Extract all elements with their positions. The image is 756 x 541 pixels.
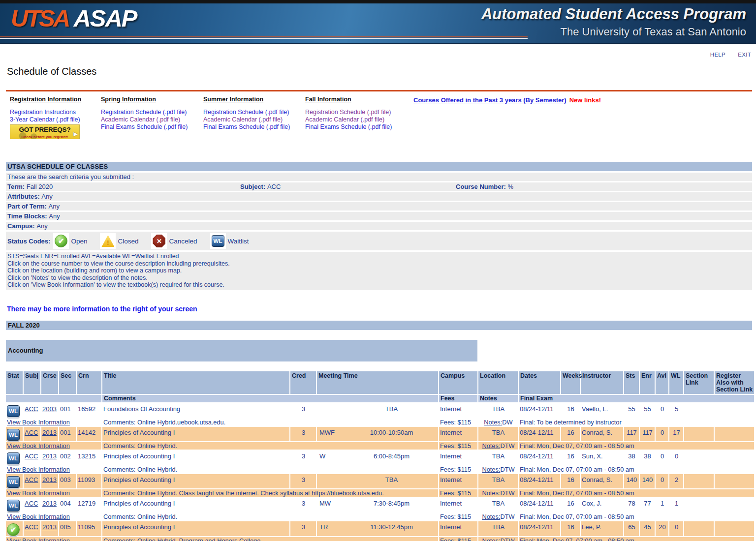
enr-cell: 140 xyxy=(640,474,655,488)
nav-link[interactable]: Registration Schedule (.pdf file) xyxy=(101,109,203,116)
dates-cell: 08/24-12/11 xyxy=(519,403,560,418)
schedule-table: StatSubjCrseSecCrnTitleCredMeeting TimeC… xyxy=(5,370,755,541)
avl-cell: 20 xyxy=(656,521,668,536)
book-info-row: View Book InformationComments: Online Hy… xyxy=(6,419,754,426)
register-also-cell xyxy=(715,451,754,465)
meeting-wrap: TBA xyxy=(318,476,438,483)
status-code-label: Canceled xyxy=(169,238,197,245)
crse-cell: 2013 xyxy=(41,521,58,536)
book-info-row: View Book InformationComments: Online Hy… xyxy=(6,513,754,520)
closed-status-icon: ! xyxy=(101,235,114,247)
avl-cell: 1 xyxy=(656,498,668,512)
crse-link[interactable]: 2013 xyxy=(42,429,57,436)
orange-divider xyxy=(6,90,752,91)
section-link-cell xyxy=(684,403,714,418)
campus-cell: Internet xyxy=(439,474,477,488)
campus-cell: Internet xyxy=(439,498,477,512)
notes-link[interactable]: Notes: xyxy=(482,537,500,541)
got-prereqs-banner[interactable]: GOT PREREQS?Check before you register!▶ xyxy=(10,124,80,139)
crse-cell: 2013 xyxy=(41,427,58,441)
cred-cell: 3 xyxy=(290,451,316,465)
crse-link[interactable]: 2003 xyxy=(42,405,57,413)
instructor-cell: Vaello, L. xyxy=(581,403,623,418)
fees-header: Fees xyxy=(439,395,477,402)
meeting-time-cell: TR11:30-12:45pm xyxy=(317,521,438,536)
crse-link[interactable]: 2013 xyxy=(42,476,57,483)
exit-link[interactable]: EXIT xyxy=(738,52,751,58)
view-book-link[interactable]: View Book Information xyxy=(7,442,70,450)
nav-link[interactable]: 3-Year Calendar (.pdf file) xyxy=(10,116,101,123)
fees-cell: Fees: $115 xyxy=(439,466,477,473)
crn-cell: 12719 xyxy=(77,498,101,512)
nav-link[interactable]: Registration Instructions xyxy=(10,109,101,116)
wl-cell: 0 xyxy=(669,521,683,536)
status-code-item: ✔Open xyxy=(53,233,87,249)
notes-link[interactable]: Notes: xyxy=(484,419,502,426)
subj-cell: ACC xyxy=(24,474,40,488)
nav-link[interactable]: Final Exams Schedule (.pdf file) xyxy=(101,123,203,131)
nav-link[interactable]: Academic Calendar (.pdf file) xyxy=(101,116,203,123)
meeting-days: TR xyxy=(318,523,346,531)
meeting-hours: 10:00-10:50am xyxy=(346,429,438,436)
help-link[interactable]: HELP xyxy=(710,52,725,58)
nav-link[interactable]: Registration Schedule (.pdf file) xyxy=(203,109,305,116)
view-book-link[interactable]: View Book Information xyxy=(7,419,70,426)
nav-link[interactable]: Academic Calendar (.pdf file) xyxy=(203,116,305,123)
sts-cell: 65 xyxy=(624,521,639,536)
nav-link[interactable]: Academic Calendar (.pdf file) xyxy=(305,116,413,123)
course-row: WLACC201300412719Principles of Accountin… xyxy=(6,498,754,512)
meeting-hours: 7:30-8:45pm xyxy=(346,500,438,507)
meeting-wrap: MWF10:00-10:50am xyxy=(318,429,438,436)
criteria-term-row: Term: Fall 2020 Subject: ACC Course Numb… xyxy=(6,182,752,191)
crse-link[interactable]: 2013 xyxy=(42,452,57,460)
crse-cell: 2013 xyxy=(41,498,58,512)
stat-cell: WL xyxy=(6,474,23,488)
part-of-term-row: Part of Term: Any xyxy=(6,202,752,210)
notes-link[interactable]: Notes: xyxy=(482,513,500,520)
register-also-cell xyxy=(715,521,754,536)
course-row: WLACC201300213215Principles of Accountin… xyxy=(6,451,754,465)
title-cell: Principles of Accounting I xyxy=(102,427,289,441)
view-book-link[interactable]: View Book Information xyxy=(7,537,70,541)
nav-link[interactable]: Final Exams Schedule (.pdf file) xyxy=(203,123,305,131)
subj-link[interactable]: ACC xyxy=(25,476,38,483)
crse-link[interactable]: 2013 xyxy=(42,523,57,531)
subj-cell: ACC xyxy=(24,427,40,441)
courses-offered-link[interactable]: Courses Offered in the Past 3 years (By … xyxy=(413,96,567,104)
notes-link[interactable]: Notes: xyxy=(482,442,500,450)
subj-link[interactable]: ACC xyxy=(25,405,38,413)
nav-link[interactable]: Final Exams Schedule (.pdf file) xyxy=(305,123,413,131)
notes-link[interactable]: Notes: xyxy=(482,489,500,497)
notes-link[interactable]: Notes: xyxy=(482,466,500,473)
subj-link[interactable]: ACC xyxy=(25,452,38,460)
column-header-cred: Cred xyxy=(290,371,316,394)
view-book-link[interactable]: View Book Information xyxy=(7,513,70,520)
subj-link[interactable]: ACC xyxy=(25,523,38,531)
cred-cell: 3 xyxy=(290,427,316,441)
final-exam-cell: Final: Mon, Dec 07, 07:00 am - 08:50 am xyxy=(519,466,754,473)
status-code-label: Open xyxy=(71,238,87,245)
meeting-days xyxy=(318,405,346,413)
view-book-link[interactable]: View Book Information xyxy=(7,489,70,497)
page-title: Schedule of Classes xyxy=(7,66,756,77)
fees-cell: Fees: $115 xyxy=(439,419,477,426)
nav-column-heading: Summer Information xyxy=(203,96,305,103)
instructor-cell: Sun, X. xyxy=(581,451,623,465)
avl-cell: 0 xyxy=(656,474,668,488)
subj-link[interactable]: ACC xyxy=(25,429,38,436)
course-number-field: Course Number: % xyxy=(456,183,513,190)
meeting-hours: 11:30-12:45pm xyxy=(346,523,438,531)
location-cell: TBA xyxy=(478,521,518,536)
nav-link[interactable]: Registration Schedule (.pdf file) xyxy=(305,109,413,116)
view-book-link[interactable]: View Book Information xyxy=(7,466,70,473)
location-cell: TBA xyxy=(478,451,518,465)
meeting-days: MWF xyxy=(318,429,346,436)
book-info-row: View Book InformationComments: Online Hy… xyxy=(6,489,754,497)
subject-section-bar: Accounting xyxy=(6,340,477,361)
notes-value: DTW xyxy=(500,442,514,450)
column-header-stat: Stat xyxy=(6,371,23,394)
status-codes-row: Status Codes: ✔Open!Closed✕CanceledWLWai… xyxy=(6,232,752,250)
subj-link[interactable]: ACC xyxy=(25,500,38,507)
crse-cell: 2013 xyxy=(41,474,58,488)
crse-link[interactable]: 2013 xyxy=(42,500,57,507)
